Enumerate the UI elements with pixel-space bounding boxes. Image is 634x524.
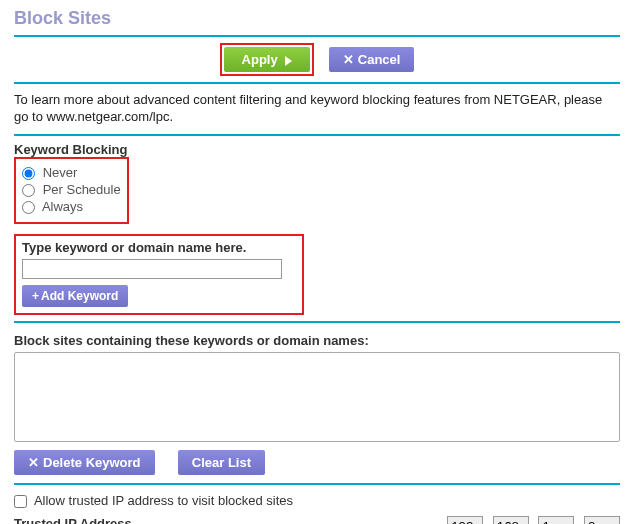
keyword-section: Type keyword or domain name here. +Add K… (14, 234, 620, 315)
trusted-checkbox-label-wrap[interactable]: Allow trusted IP address to visit blocke… (14, 493, 293, 508)
apply-label: Apply (242, 52, 278, 67)
close-icon: ✕ (343, 52, 354, 67)
keyword-blocking-highlight: Never Per Schedule Always (14, 157, 129, 224)
play-icon (285, 56, 292, 66)
dot: . (577, 519, 581, 524)
ip-octet-4[interactable] (584, 516, 620, 524)
divider (14, 321, 620, 323)
trusted-ip-inputs: ... (447, 516, 620, 524)
radio-schedule[interactable] (22, 184, 35, 197)
divider (14, 82, 620, 84)
add-keyword-label: Add Keyword (41, 289, 118, 303)
close-icon: ✕ (28, 455, 39, 470)
clear-list-label: Clear List (192, 455, 251, 470)
radio-always-row[interactable]: Always (22, 199, 121, 214)
trusted-checkbox[interactable] (14, 495, 27, 508)
divider (14, 35, 620, 37)
ip-octet-1[interactable] (447, 516, 483, 524)
block-list-label: Block sites containing these keywords or… (14, 333, 620, 348)
trusted-checkbox-label: Allow trusted IP address to visit blocke… (34, 493, 293, 508)
keyword-input-highlight: Type keyword or domain name here. +Add K… (14, 234, 304, 315)
info-line-2: www.netgear.com/lpc. (47, 109, 173, 124)
delete-keyword-button[interactable]: ✕Delete Keyword (14, 450, 155, 475)
add-keyword-button[interactable]: +Add Keyword (22, 285, 128, 307)
keyword-input[interactable] (22, 259, 282, 279)
clear-list-button[interactable]: Clear List (178, 450, 265, 475)
cancel-button[interactable]: ✕Cancel (329, 47, 415, 72)
radio-never-row[interactable]: Never (22, 165, 121, 180)
trusted-checkbox-row: Allow trusted IP address to visit blocke… (14, 493, 620, 508)
trusted-ip-row: Trusted IP Address ... (14, 516, 620, 524)
cancel-label: Cancel (358, 52, 401, 67)
top-button-bar: Apply ✕Cancel (14, 43, 620, 76)
blocked-keywords-list[interactable] (14, 352, 620, 442)
list-buttons-row: ✕Delete Keyword Clear List (14, 450, 620, 475)
keyword-blocking-label: Keyword Blocking (14, 142, 620, 157)
page-title: Block Sites (14, 8, 620, 29)
plus-icon: + (32, 289, 39, 303)
ip-octet-2[interactable] (493, 516, 529, 524)
divider (14, 134, 620, 136)
apply-highlight: Apply (220, 43, 315, 76)
apply-button[interactable]: Apply (224, 47, 311, 72)
divider (14, 483, 620, 485)
radio-schedule-row[interactable]: Per Schedule (22, 182, 121, 197)
dot: . (486, 519, 490, 524)
info-text: To learn more about advanced content fil… (14, 92, 620, 126)
radio-never[interactable] (22, 167, 35, 180)
keyword-input-label: Type keyword or domain name here. (22, 240, 296, 255)
radio-never-label: Never (43, 165, 78, 180)
radio-schedule-label: Per Schedule (43, 182, 121, 197)
delete-keyword-label: Delete Keyword (43, 455, 141, 470)
radio-always[interactable] (22, 201, 35, 214)
dot: . (532, 519, 536, 524)
radio-always-label: Always (42, 199, 83, 214)
ip-octet-3[interactable] (538, 516, 574, 524)
trusted-ip-label: Trusted IP Address (14, 516, 132, 524)
